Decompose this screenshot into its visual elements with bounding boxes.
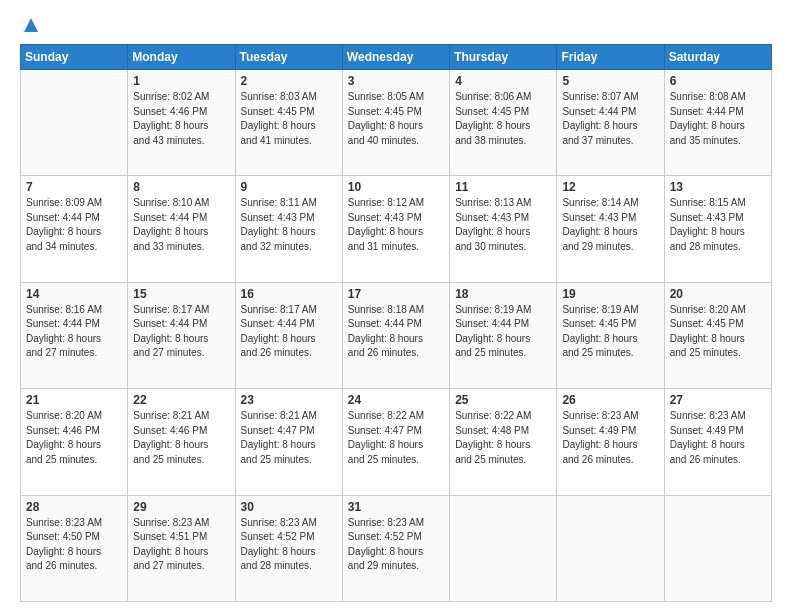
- week-row-1: 7Sunrise: 8:09 AMSunset: 4:44 PMDaylight…: [21, 176, 772, 282]
- day-number: 4: [455, 74, 551, 88]
- weekday-sunday: Sunday: [21, 45, 128, 70]
- day-detail: Sunrise: 8:03 AMSunset: 4:45 PMDaylight:…: [241, 90, 337, 148]
- calendar-table: SundayMondayTuesdayWednesdayThursdayFrid…: [20, 44, 772, 602]
- calendar-cell: 26Sunrise: 8:23 AMSunset: 4:49 PMDayligh…: [557, 389, 664, 495]
- calendar-cell: 4Sunrise: 8:06 AMSunset: 4:45 PMDaylight…: [450, 70, 557, 176]
- calendar-cell: 21Sunrise: 8:20 AMSunset: 4:46 PMDayligh…: [21, 389, 128, 495]
- day-detail: Sunrise: 8:20 AMSunset: 4:46 PMDaylight:…: [26, 409, 122, 467]
- calendar-cell: 12Sunrise: 8:14 AMSunset: 4:43 PMDayligh…: [557, 176, 664, 282]
- day-number: 27: [670, 393, 766, 407]
- calendar-cell: [450, 495, 557, 601]
- calendar-cell: 3Sunrise: 8:05 AMSunset: 4:45 PMDaylight…: [342, 70, 449, 176]
- day-number: 31: [348, 500, 444, 514]
- day-number: 22: [133, 393, 229, 407]
- day-number: 5: [562, 74, 658, 88]
- weekday-thursday: Thursday: [450, 45, 557, 70]
- day-detail: Sunrise: 8:16 AMSunset: 4:44 PMDaylight:…: [26, 303, 122, 361]
- day-number: 29: [133, 500, 229, 514]
- day-detail: Sunrise: 8:23 AMSunset: 4:49 PMDaylight:…: [562, 409, 658, 467]
- day-number: 19: [562, 287, 658, 301]
- day-detail: Sunrise: 8:17 AMSunset: 4:44 PMDaylight:…: [241, 303, 337, 361]
- calendar-cell: 29Sunrise: 8:23 AMSunset: 4:51 PMDayligh…: [128, 495, 235, 601]
- calendar-cell: 18Sunrise: 8:19 AMSunset: 4:44 PMDayligh…: [450, 282, 557, 388]
- day-number: 18: [455, 287, 551, 301]
- calendar-cell: [557, 495, 664, 601]
- day-detail: Sunrise: 8:02 AMSunset: 4:46 PMDaylight:…: [133, 90, 229, 148]
- logo: [20, 18, 40, 34]
- day-number: 10: [348, 180, 444, 194]
- calendar-cell: 5Sunrise: 8:07 AMSunset: 4:44 PMDaylight…: [557, 70, 664, 176]
- calendar-cell: 22Sunrise: 8:21 AMSunset: 4:46 PMDayligh…: [128, 389, 235, 495]
- weekday-friday: Friday: [557, 45, 664, 70]
- day-detail: Sunrise: 8:15 AMSunset: 4:43 PMDaylight:…: [670, 196, 766, 254]
- calendar-cell: 20Sunrise: 8:20 AMSunset: 4:45 PMDayligh…: [664, 282, 771, 388]
- day-number: 1: [133, 74, 229, 88]
- day-detail: Sunrise: 8:20 AMSunset: 4:45 PMDaylight:…: [670, 303, 766, 361]
- day-detail: Sunrise: 8:06 AMSunset: 4:45 PMDaylight:…: [455, 90, 551, 148]
- day-number: 12: [562, 180, 658, 194]
- calendar-cell: 17Sunrise: 8:18 AMSunset: 4:44 PMDayligh…: [342, 282, 449, 388]
- day-number: 28: [26, 500, 122, 514]
- day-detail: Sunrise: 8:07 AMSunset: 4:44 PMDaylight:…: [562, 90, 658, 148]
- day-detail: Sunrise: 8:23 AMSunset: 4:52 PMDaylight:…: [241, 516, 337, 574]
- calendar-cell: 11Sunrise: 8:13 AMSunset: 4:43 PMDayligh…: [450, 176, 557, 282]
- weekday-wednesday: Wednesday: [342, 45, 449, 70]
- logo-icon: [22, 16, 40, 34]
- day-number: 8: [133, 180, 229, 194]
- calendar-cell: [664, 495, 771, 601]
- day-number: 9: [241, 180, 337, 194]
- day-number: 17: [348, 287, 444, 301]
- calendar-cell: 6Sunrise: 8:08 AMSunset: 4:44 PMDaylight…: [664, 70, 771, 176]
- day-detail: Sunrise: 8:13 AMSunset: 4:43 PMDaylight:…: [455, 196, 551, 254]
- day-number: 16: [241, 287, 337, 301]
- day-detail: Sunrise: 8:17 AMSunset: 4:44 PMDaylight:…: [133, 303, 229, 361]
- week-row-0: 1Sunrise: 8:02 AMSunset: 4:46 PMDaylight…: [21, 70, 772, 176]
- calendar-cell: 15Sunrise: 8:17 AMSunset: 4:44 PMDayligh…: [128, 282, 235, 388]
- day-number: 21: [26, 393, 122, 407]
- page: SundayMondayTuesdayWednesdayThursdayFrid…: [0, 0, 792, 612]
- day-detail: Sunrise: 8:18 AMSunset: 4:44 PMDaylight:…: [348, 303, 444, 361]
- day-number: 30: [241, 500, 337, 514]
- weekday-tuesday: Tuesday: [235, 45, 342, 70]
- calendar-cell: 13Sunrise: 8:15 AMSunset: 4:43 PMDayligh…: [664, 176, 771, 282]
- day-number: 11: [455, 180, 551, 194]
- day-number: 26: [562, 393, 658, 407]
- day-number: 2: [241, 74, 337, 88]
- calendar-cell: 25Sunrise: 8:22 AMSunset: 4:48 PMDayligh…: [450, 389, 557, 495]
- day-number: 23: [241, 393, 337, 407]
- svg-marker-0: [24, 18, 38, 32]
- day-detail: Sunrise: 8:11 AMSunset: 4:43 PMDaylight:…: [241, 196, 337, 254]
- day-detail: Sunrise: 8:05 AMSunset: 4:45 PMDaylight:…: [348, 90, 444, 148]
- weekday-header-row: SundayMondayTuesdayWednesdayThursdayFrid…: [21, 45, 772, 70]
- logo-row: [20, 18, 40, 34]
- calendar-cell: 16Sunrise: 8:17 AMSunset: 4:44 PMDayligh…: [235, 282, 342, 388]
- day-number: 15: [133, 287, 229, 301]
- day-number: 3: [348, 74, 444, 88]
- day-detail: Sunrise: 8:23 AMSunset: 4:50 PMDaylight:…: [26, 516, 122, 574]
- day-detail: Sunrise: 8:21 AMSunset: 4:46 PMDaylight:…: [133, 409, 229, 467]
- weekday-saturday: Saturday: [664, 45, 771, 70]
- weekday-monday: Monday: [128, 45, 235, 70]
- calendar-cell: 8Sunrise: 8:10 AMSunset: 4:44 PMDaylight…: [128, 176, 235, 282]
- calendar-cell: 31Sunrise: 8:23 AMSunset: 4:52 PMDayligh…: [342, 495, 449, 601]
- calendar-cell: 9Sunrise: 8:11 AMSunset: 4:43 PMDaylight…: [235, 176, 342, 282]
- day-detail: Sunrise: 8:23 AMSunset: 4:49 PMDaylight:…: [670, 409, 766, 467]
- day-detail: Sunrise: 8:21 AMSunset: 4:47 PMDaylight:…: [241, 409, 337, 467]
- calendar-cell: 19Sunrise: 8:19 AMSunset: 4:45 PMDayligh…: [557, 282, 664, 388]
- day-detail: Sunrise: 8:10 AMSunset: 4:44 PMDaylight:…: [133, 196, 229, 254]
- calendar-cell: 24Sunrise: 8:22 AMSunset: 4:47 PMDayligh…: [342, 389, 449, 495]
- calendar-cell: 7Sunrise: 8:09 AMSunset: 4:44 PMDaylight…: [21, 176, 128, 282]
- day-detail: Sunrise: 8:08 AMSunset: 4:44 PMDaylight:…: [670, 90, 766, 148]
- header: [20, 18, 772, 34]
- calendar-cell: 27Sunrise: 8:23 AMSunset: 4:49 PMDayligh…: [664, 389, 771, 495]
- calendar-cell: 10Sunrise: 8:12 AMSunset: 4:43 PMDayligh…: [342, 176, 449, 282]
- day-number: 24: [348, 393, 444, 407]
- day-number: 25: [455, 393, 551, 407]
- week-row-4: 28Sunrise: 8:23 AMSunset: 4:50 PMDayligh…: [21, 495, 772, 601]
- calendar-cell: 28Sunrise: 8:23 AMSunset: 4:50 PMDayligh…: [21, 495, 128, 601]
- day-detail: Sunrise: 8:22 AMSunset: 4:47 PMDaylight:…: [348, 409, 444, 467]
- day-detail: Sunrise: 8:14 AMSunset: 4:43 PMDaylight:…: [562, 196, 658, 254]
- day-number: 20: [670, 287, 766, 301]
- calendar-cell: 2Sunrise: 8:03 AMSunset: 4:45 PMDaylight…: [235, 70, 342, 176]
- day-detail: Sunrise: 8:19 AMSunset: 4:44 PMDaylight:…: [455, 303, 551, 361]
